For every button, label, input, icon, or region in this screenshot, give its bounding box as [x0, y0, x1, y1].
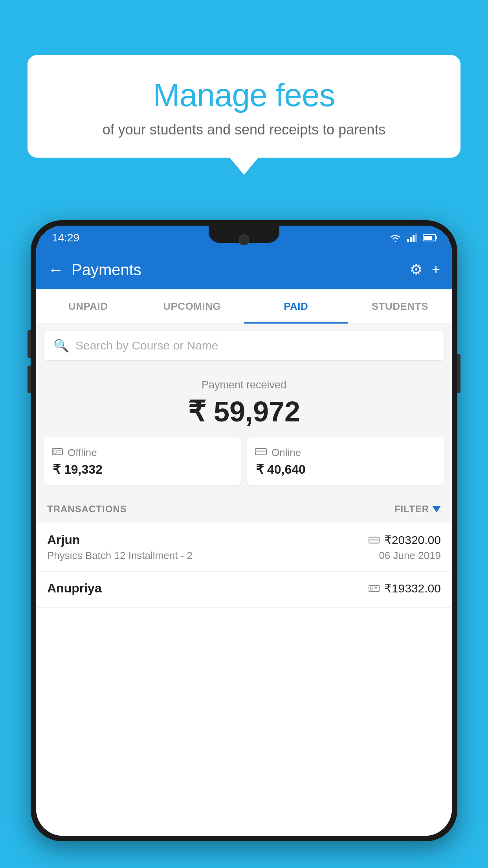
transaction-amount: ₹19332.00: [384, 581, 441, 595]
svg-rect-0: [407, 239, 409, 242]
transaction-name: Arjun: [47, 533, 80, 547]
back-button[interactable]: ←: [48, 261, 64, 279]
offline-amount: ₹ 19,332: [52, 462, 233, 477]
transaction-list: Arjun ₹20320.00 Physics Batch 12 Install…: [36, 523, 452, 836]
transaction-name: Anupriya: [47, 581, 102, 596]
bubble-subtitle: of your students and send receipts to pa…: [51, 121, 437, 138]
payment-summary: Payment received ₹ 59,972: [36, 367, 452, 495]
svg-rect-11: [369, 539, 379, 541]
filter-button[interactable]: FILTER: [394, 504, 441, 515]
transaction-row-top: Arjun ₹20320.00: [47, 533, 441, 547]
transaction-amount: ₹20320.00: [384, 533, 441, 547]
phone-screen: 14:29: [36, 226, 452, 836]
offline-label: Offline: [68, 447, 97, 459]
offline-card: Offline ₹ 19,332: [44, 438, 241, 485]
cash-icon: [52, 447, 63, 456]
credit-card-icon: [255, 447, 267, 456]
phone-outer: 14:29: [31, 220, 457, 841]
power-button: [457, 354, 460, 393]
app-bar-icons: ⚙ +: [410, 261, 440, 278]
table-row[interactable]: Anupriya ₹19332.00: [36, 572, 452, 608]
online-label: Online: [272, 447, 301, 459]
svg-rect-3: [415, 234, 417, 242]
tab-paid[interactable]: PAID: [244, 289, 348, 324]
cash-payment-icon: [369, 584, 380, 593]
front-camera: [238, 234, 250, 245]
svg-rect-1: [410, 237, 412, 242]
tab-upcoming[interactable]: UPCOMING: [140, 289, 244, 324]
app-bar-title: Payments: [72, 261, 410, 279]
transaction-course: Physics Batch 12 Installment - 2: [47, 550, 193, 562]
svg-rect-13: [371, 587, 373, 590]
speech-bubble-section: Manage fees of your students and send re…: [28, 55, 460, 158]
search-container: 🔍 Search by Course or Name: [36, 324, 452, 367]
filter-icon: [432, 506, 441, 512]
transaction-row-bottom: Physics Batch 12 Installment - 2 06 June…: [47, 550, 441, 562]
wifi-icon: [389, 234, 402, 242]
transaction-date: 06 June 2019: [379, 550, 441, 562]
bubble-title: Manage fees: [51, 77, 437, 114]
svg-rect-2: [413, 235, 415, 242]
transaction-amount-wrap: ₹19332.00: [369, 581, 441, 595]
offline-icon: [52, 446, 63, 459]
tab-unpaid[interactable]: UNPAID: [36, 289, 140, 324]
table-row[interactable]: Arjun ₹20320.00 Physics Batch 12 Install…: [36, 523, 452, 572]
speech-bubble: Manage fees of your students and send re…: [28, 55, 460, 158]
transaction-row-top: Anupriya ₹19332.00: [47, 581, 441, 596]
filter-label: FILTER: [394, 504, 429, 515]
status-time: 14:29: [52, 232, 79, 244]
status-icons: [389, 234, 436, 242]
phone-notch: [209, 226, 279, 243]
tabs-container: UNPAID UPCOMING PAID STUDENTS: [36, 289, 452, 324]
app-bar: ← Payments ⚙ +: [36, 250, 452, 289]
search-icon: 🔍: [53, 338, 69, 353]
transactions-label: TRANSACTIONS: [47, 504, 127, 515]
settings-icon[interactable]: ⚙: [410, 261, 422, 278]
payment-cards: Offline ₹ 19,332 Online: [44, 438, 444, 485]
payment-received-label: Payment received: [44, 379, 444, 391]
search-placeholder: Search by Course or Name: [75, 339, 218, 352]
signal-icon: [407, 234, 417, 242]
volume-down-button: [28, 366, 31, 393]
online-card: Online ₹ 40,640: [247, 438, 444, 485]
search-bar[interactable]: 🔍 Search by Course or Name: [44, 331, 444, 360]
transactions-header: TRANSACTIONS FILTER: [36, 495, 452, 523]
phone-mockup: 14:29: [31, 220, 457, 841]
online-card-header: Online: [255, 446, 436, 459]
card-payment-icon: [369, 536, 380, 544]
payment-total-amount: ₹ 59,972: [44, 395, 444, 428]
online-amount: ₹ 40,640: [255, 462, 436, 477]
card-icon: [255, 446, 267, 459]
volume-up-button: [28, 330, 31, 358]
svg-rect-9: [255, 451, 266, 452]
transaction-amount-wrap: ₹20320.00: [369, 533, 441, 547]
add-button[interactable]: +: [432, 261, 440, 278]
offline-card-header: Offline: [52, 446, 233, 459]
battery-icon: [423, 234, 436, 241]
tab-students[interactable]: STUDENTS: [348, 289, 452, 324]
svg-rect-5: [54, 450, 56, 453]
